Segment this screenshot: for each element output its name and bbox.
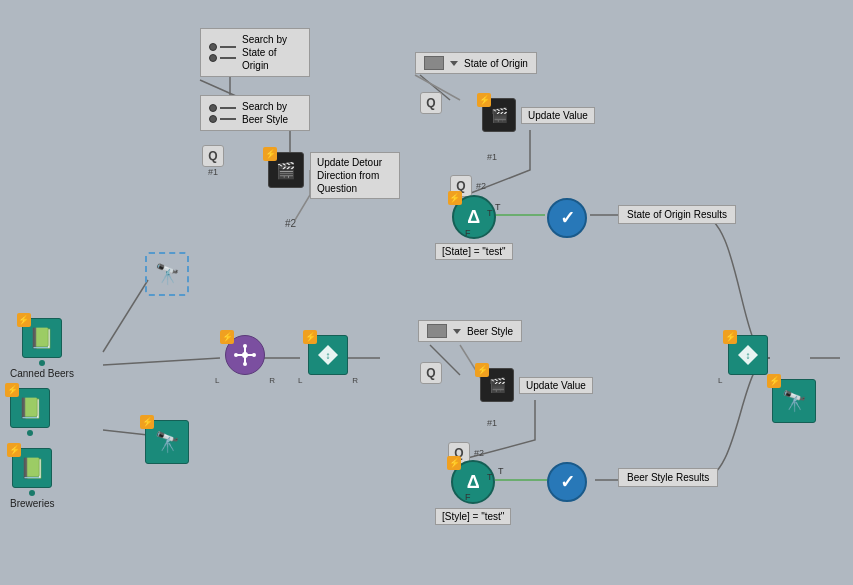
- book-icon-3: 📗: [20, 456, 45, 480]
- hub-l-label: L: [215, 376, 219, 385]
- t-label-2: T: [487, 472, 493, 482]
- lightning-badge-1: ⚡: [263, 147, 277, 161]
- check-circle-2: ✓: [547, 462, 587, 502]
- update-value-2-node: ⚡ 🎬 Update Value: [480, 368, 593, 402]
- cb-port: [39, 360, 45, 366]
- dropdown-arrow-2: [453, 329, 461, 334]
- svg-point-13: [243, 362, 247, 366]
- q-icon-1: Q #1: [202, 145, 224, 177]
- check-icon-2: ✓: [547, 462, 587, 502]
- hub-svg: [234, 344, 256, 366]
- binoculars-dashed-node: 🔭: [145, 252, 189, 296]
- merge-l-label: L: [718, 376, 722, 385]
- dropdown-arrow: [450, 61, 458, 66]
- q-icon-beer: Q: [420, 362, 442, 384]
- update-detour-label: Update Detour Direction from Question: [310, 152, 400, 199]
- update-value-1-node: ⚡ 🎬 Update Value: [482, 98, 595, 132]
- style-test-label: [Style] = "test": [435, 508, 511, 525]
- f-label-1: F: [465, 228, 471, 238]
- checkmark-1: ✓: [560, 207, 575, 229]
- hash2c-label: #2: [474, 448, 484, 458]
- clapperboard-icon-1: ⚡ 🎬: [268, 152, 304, 188]
- lightning-badge-2: ⚡: [477, 93, 491, 107]
- film-icon: 🎬: [276, 161, 296, 180]
- delta-icon-2: Δ: [467, 472, 480, 493]
- svg-point-15: [252, 353, 256, 357]
- binoculars-bottom-node[interactable]: ⚡ 🔭: [145, 420, 189, 464]
- lightning-badge-final: ⚡: [767, 374, 781, 388]
- film-icon-2: 🎬: [491, 107, 508, 123]
- q-icon-state: Q: [420, 92, 442, 114]
- state-test-label: [State] = "test": [435, 243, 513, 260]
- beer-results-node: Beer Style Results: [618, 468, 718, 487]
- delta-icon: Δ: [467, 207, 480, 228]
- binoculars-icon-final: 🔭: [782, 389, 807, 413]
- search-state-node: Search by State of Origin: [200, 28, 310, 77]
- f-label-2: F: [465, 492, 471, 502]
- final-binoculars-node[interactable]: ⚡ 🔭: [772, 379, 816, 423]
- selector-display-2: [427, 324, 447, 338]
- state-results-label: State of Origin Results: [618, 205, 736, 224]
- check-icon-1: ✓: [547, 198, 587, 238]
- binoculars-icon-1: 🔭: [155, 262, 180, 286]
- diamond-arrows-svg: ↕: [316, 343, 340, 367]
- book-icon-1: 📗: [29, 326, 54, 350]
- update-value-1-label: Update Value: [521, 107, 595, 124]
- lightning-badge-bin: ⚡: [140, 415, 154, 429]
- selector-display: [424, 56, 444, 70]
- merge-icon: ⚡ ↕: [728, 335, 768, 375]
- condition-circle-2: ⚡ Δ: [451, 460, 495, 504]
- radio-dots: [209, 43, 236, 62]
- binoculars-icon-2: 🔭: [155, 430, 180, 454]
- radio-dots-2: [209, 104, 236, 123]
- arr-r-label: R: [352, 376, 358, 385]
- check-circle-1: ✓: [547, 198, 587, 238]
- arrow-port-labels: L R: [298, 376, 358, 385]
- lightning-badge-br: ⚡: [7, 443, 21, 457]
- hash2-label: #2: [285, 218, 296, 229]
- arrow-icon: ⚡ ↕: [308, 335, 348, 375]
- update-detour-node: ⚡ 🎬 Update Detour Direction from Questio…: [268, 152, 400, 199]
- hub-icon: ⚡: [225, 335, 265, 375]
- hash1-label: #1: [208, 167, 218, 177]
- beer-style-selector: Beer Style: [418, 320, 522, 342]
- lightning-badge-5: ⚡: [447, 456, 461, 470]
- state-results-node: State of Origin Results: [618, 205, 736, 224]
- hash1b-label: #1: [487, 152, 497, 162]
- svg-line-0: [103, 280, 148, 352]
- search-state-label: Search by State of Origin: [242, 33, 301, 72]
- lightning-badge-cb2: ⚡: [5, 383, 19, 397]
- q-symbol: Q: [202, 145, 224, 167]
- svg-point-14: [234, 353, 238, 357]
- br-port: [29, 490, 35, 496]
- lightning-badge-hub: ⚡: [220, 330, 234, 344]
- svg-line-1: [103, 358, 220, 365]
- search-beer-label: Search by Beer Style: [242, 100, 301, 126]
- merge-svg: ↕: [736, 343, 760, 367]
- canned-beers-label: Canned Beers: [10, 368, 74, 379]
- update-value-2-label: Update Value: [519, 377, 593, 394]
- arrow-node: ⚡ ↕ L R: [298, 335, 358, 385]
- lightning-badge-3: ⚡: [448, 191, 462, 205]
- svg-point-12: [243, 344, 247, 348]
- arr-l-label: L: [298, 376, 302, 385]
- svg-text:↕: ↕: [746, 350, 751, 361]
- hash2b-label: #2: [476, 181, 486, 191]
- lightning-badge-arr: ⚡: [303, 330, 317, 344]
- state-origin-selector: State of Origin: [415, 52, 537, 74]
- clapperboard-icon-3: ⚡ 🎬: [480, 368, 514, 402]
- canned-beers-icon: ⚡ 📗: [22, 318, 62, 358]
- hub-port-labels: L R: [215, 376, 275, 385]
- hub-r-label: R: [269, 376, 275, 385]
- checkmark-2: ✓: [560, 471, 575, 493]
- clapperboard-icon-2: ⚡ 🎬: [482, 98, 516, 132]
- search-beer-node: Search by Beer Style: [200, 95, 310, 131]
- lightning-badge-cb: ⚡: [17, 313, 31, 327]
- film-icon-3: 🎬: [489, 377, 506, 393]
- lightning-badge-4: ⚡: [475, 363, 489, 377]
- hub-node: ⚡ L R: [215, 335, 275, 385]
- state-condition-node: ⚡ Δ [State] = "test": [435, 195, 513, 260]
- hash1c-label: #1: [487, 418, 497, 428]
- beer-results-label: Beer Style Results: [618, 468, 718, 487]
- svg-line-2: [103, 430, 148, 435]
